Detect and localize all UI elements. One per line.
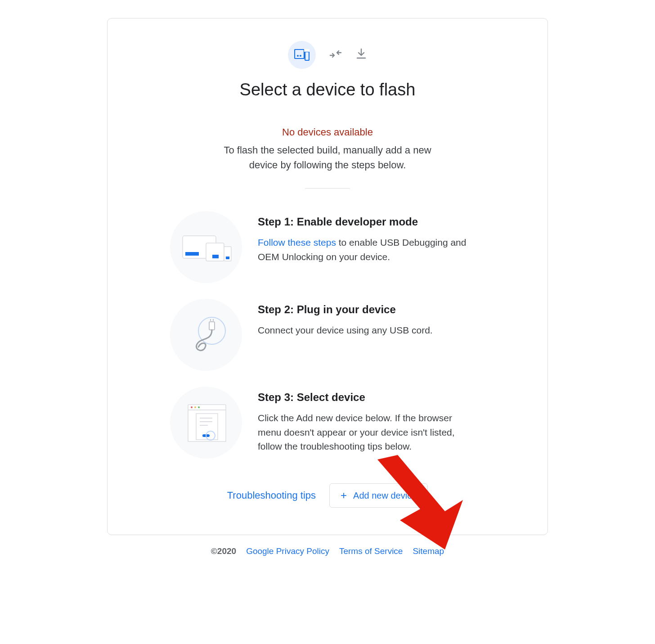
- svg-point-2: [300, 55, 301, 57]
- plus-icon: +: [341, 490, 347, 501]
- button-row: Troubleshooting tips + Add new device: [227, 483, 428, 508]
- svg-rect-4: [304, 49, 310, 52]
- status-description: To flash the selected build, manually ad…: [211, 143, 444, 172]
- svg-rect-6: [185, 252, 199, 256]
- status-block: No devices available To flash the select…: [211, 126, 444, 172]
- step-3-text: Click the Add new device below. If the b…: [258, 411, 474, 454]
- sitemap-link[interactable]: Sitemap: [413, 546, 444, 556]
- step-2-text: Connect your device using any USB cord.: [258, 323, 433, 338]
- follow-steps-link[interactable]: Follow these steps: [258, 237, 336, 248]
- svg-point-17: [194, 406, 196, 408]
- svg-rect-15: [188, 405, 226, 410]
- connect-icon: [328, 49, 343, 61]
- step-1-text: Follow these steps to enable USB Debuggi…: [258, 235, 474, 264]
- step-1-illustration: [170, 211, 242, 283]
- svg-rect-0: [295, 50, 304, 59]
- svg-rect-3: [305, 52, 309, 60]
- step-2-illustration: [170, 299, 242, 371]
- download-icon: [355, 48, 367, 62]
- troubleshooting-link[interactable]: Troubleshooting tips: [227, 490, 316, 501]
- step-2-heading: Step 2: Plug in your device: [258, 303, 433, 316]
- svg-rect-12: [209, 322, 215, 330]
- progress-icons: [288, 41, 367, 69]
- svg-rect-10: [226, 257, 229, 259]
- step-1: Step 1: Enable developer mode Follow the…: [170, 211, 485, 283]
- step-1-heading: Step 1: Enable developer mode: [258, 216, 474, 228]
- svg-rect-8: [212, 255, 219, 258]
- svg-point-18: [198, 406, 200, 408]
- step-2: Step 2: Plug in your device Connect your…: [170, 299, 485, 371]
- divider: [305, 188, 350, 189]
- flash-card: Select a device to flash No devices avai…: [107, 18, 548, 535]
- footer: ©2020 Google Privacy Policy Terms of Ser…: [211, 546, 444, 556]
- step-3-heading: Step 3: Select device: [258, 391, 474, 404]
- devices-icon: [288, 41, 316, 69]
- step-3-illustration: [170, 387, 242, 459]
- privacy-link[interactable]: Google Privacy Policy: [246, 546, 329, 556]
- step-3: Step 3: Select device Click the Add new …: [170, 387, 485, 459]
- add-new-device-button[interactable]: + Add new device: [329, 483, 428, 508]
- add-device-label: Add new device: [353, 491, 417, 501]
- svg-point-16: [191, 406, 193, 408]
- copyright-text: ©2020: [211, 546, 236, 556]
- terms-link[interactable]: Terms of Service: [339, 546, 403, 556]
- status-warning: No devices available: [211, 126, 444, 138]
- svg-point-1: [297, 55, 299, 57]
- page-title: Select a device to flash: [240, 80, 416, 99]
